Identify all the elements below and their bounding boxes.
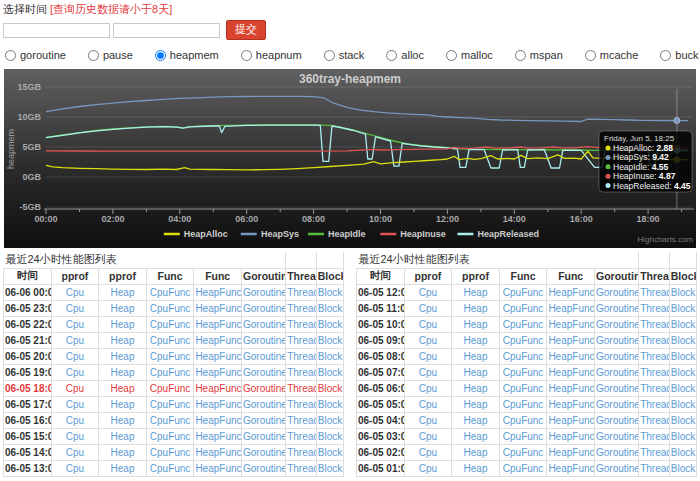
link-goroutine[interactable]: Goroutine bbox=[596, 415, 639, 426]
link-block[interactable]: Block bbox=[671, 431, 695, 442]
link-goroutine[interactable]: Goroutine bbox=[243, 415, 286, 426]
link-heapfunc[interactable]: HeapFunc bbox=[548, 415, 594, 426]
link-goroutine[interactable]: Goroutine bbox=[596, 351, 639, 362]
link-block[interactable]: Block bbox=[318, 335, 342, 346]
start-time-input[interactable] bbox=[3, 23, 110, 38]
link-cpu[interactable]: Cpu bbox=[419, 431, 437, 442]
link-goroutine[interactable]: Goroutine bbox=[243, 319, 286, 330]
link-cpufunc[interactable]: CpuFunc bbox=[503, 431, 544, 442]
link-heapfunc[interactable]: HeapFunc bbox=[195, 447, 241, 458]
mspan-radio[interactable] bbox=[515, 50, 526, 61]
link-block[interactable]: Block bbox=[671, 351, 695, 362]
link-cpu[interactable]: Cpu bbox=[419, 319, 437, 330]
link-block[interactable]: Block bbox=[671, 399, 695, 410]
link-goroutine[interactable]: Goroutine bbox=[243, 351, 286, 362]
link-thread[interactable]: Thread bbox=[640, 399, 669, 410]
link-heap[interactable]: Heap bbox=[111, 447, 135, 458]
link-block[interactable]: Block bbox=[318, 415, 342, 426]
link-heapfunc[interactable]: HeapFunc bbox=[548, 431, 594, 442]
heapnum-radio[interactable] bbox=[241, 50, 252, 61]
link-block[interactable]: Block bbox=[318, 367, 342, 378]
link-cpufunc[interactable]: CpuFunc bbox=[150, 335, 191, 346]
link-thread[interactable]: Thread bbox=[640, 463, 669, 474]
link-cpufunc[interactable]: CpuFunc bbox=[503, 303, 544, 314]
goroutine-radio[interactable] bbox=[5, 50, 16, 61]
filter-mcache[interactable]: mcache bbox=[585, 49, 639, 61]
filter-alloc[interactable]: alloc bbox=[386, 49, 424, 61]
buck-radio[interactable] bbox=[660, 50, 671, 61]
link-thread[interactable]: Thread bbox=[287, 287, 316, 298]
link-cpufunc[interactable]: CpuFunc bbox=[503, 351, 544, 362]
link-thread[interactable]: Thread bbox=[640, 287, 669, 298]
link-heap[interactable]: Heap bbox=[111, 383, 135, 394]
link-heap[interactable]: Heap bbox=[464, 287, 488, 298]
stack-radio[interactable] bbox=[324, 50, 335, 61]
link-block[interactable]: Block bbox=[671, 367, 695, 378]
link-thread[interactable]: Thread bbox=[287, 447, 316, 458]
link-heap[interactable]: Heap bbox=[111, 303, 135, 314]
link-heapfunc[interactable]: HeapFunc bbox=[195, 335, 241, 346]
link-goroutine[interactable]: Goroutine bbox=[243, 431, 286, 442]
link-thread[interactable]: Thread bbox=[287, 431, 316, 442]
link-heap[interactable]: Heap bbox=[111, 287, 135, 298]
link-block[interactable]: Block bbox=[318, 383, 342, 394]
filter-stack[interactable]: stack bbox=[324, 49, 365, 61]
link-thread[interactable]: Thread bbox=[640, 319, 669, 330]
link-heap[interactable]: Heap bbox=[464, 351, 488, 362]
link-thread[interactable]: Thread bbox=[640, 367, 669, 378]
link-goroutine[interactable]: Goroutine bbox=[596, 399, 639, 410]
link-heapfunc[interactable]: HeapFunc bbox=[548, 383, 594, 394]
link-heapfunc[interactable]: HeapFunc bbox=[548, 303, 594, 314]
filter-heapnum[interactable]: heapnum bbox=[241, 49, 302, 61]
link-heap[interactable]: Heap bbox=[111, 367, 135, 378]
link-heap[interactable]: Heap bbox=[111, 351, 135, 362]
link-goroutine[interactable]: Goroutine bbox=[243, 287, 286, 298]
link-cpufunc[interactable]: CpuFunc bbox=[150, 319, 191, 330]
link-cpufunc[interactable]: CpuFunc bbox=[503, 383, 544, 394]
link-cpu[interactable]: Cpu bbox=[66, 351, 84, 362]
link-cpufunc[interactable]: CpuFunc bbox=[150, 447, 191, 458]
link-block[interactable]: Block bbox=[318, 351, 342, 362]
link-thread[interactable]: Thread bbox=[640, 447, 669, 458]
link-thread[interactable]: Thread bbox=[640, 431, 669, 442]
link-thread[interactable]: Thread bbox=[287, 319, 316, 330]
link-cpufunc[interactable]: CpuFunc bbox=[150, 463, 191, 474]
end-time-input[interactable] bbox=[113, 23, 220, 38]
link-cpufunc[interactable]: CpuFunc bbox=[503, 367, 544, 378]
link-block[interactable]: Block bbox=[671, 415, 695, 426]
legend-item-heapreleased[interactable]: HeapReleased bbox=[457, 229, 539, 239]
link-cpu[interactable]: Cpu bbox=[419, 367, 437, 378]
link-cpu[interactable]: Cpu bbox=[66, 303, 84, 314]
link-cpufunc[interactable]: CpuFunc bbox=[150, 303, 191, 314]
link-heapfunc[interactable]: HeapFunc bbox=[548, 399, 594, 410]
link-block[interactable]: Block bbox=[318, 447, 342, 458]
link-heap[interactable]: Heap bbox=[464, 303, 488, 314]
link-cpu[interactable]: Cpu bbox=[419, 303, 437, 314]
legend-item-heapidle[interactable]: HeapIdle bbox=[308, 229, 366, 239]
link-heapfunc[interactable]: HeapFunc bbox=[195, 303, 241, 314]
link-cpufunc[interactable]: CpuFunc bbox=[150, 399, 191, 410]
link-cpufunc[interactable]: CpuFunc bbox=[150, 351, 191, 362]
link-cpu[interactable]: Cpu bbox=[419, 415, 437, 426]
submit-button[interactable]: 提交 bbox=[226, 20, 266, 40]
link-cpu[interactable]: Cpu bbox=[66, 399, 84, 410]
link-thread[interactable]: Thread bbox=[640, 415, 669, 426]
link-heapfunc[interactable]: HeapFunc bbox=[195, 399, 241, 410]
link-heap[interactable]: Heap bbox=[111, 319, 135, 330]
link-block[interactable]: Block bbox=[671, 447, 695, 458]
heapmem-radio[interactable] bbox=[155, 50, 166, 61]
filter-pause[interactable]: pause bbox=[88, 49, 133, 61]
link-cpufunc[interactable]: CpuFunc bbox=[503, 399, 544, 410]
link-block[interactable]: Block bbox=[671, 383, 695, 394]
link-heapfunc[interactable]: HeapFunc bbox=[548, 447, 594, 458]
link-goroutine[interactable]: Goroutine bbox=[596, 319, 639, 330]
link-heapfunc[interactable]: HeapFunc bbox=[548, 463, 594, 474]
alloc-radio[interactable] bbox=[386, 50, 397, 61]
link-thread[interactable]: Thread bbox=[287, 351, 316, 362]
link-cpufunc[interactable]: CpuFunc bbox=[503, 287, 544, 298]
link-heap[interactable]: Heap bbox=[464, 463, 488, 474]
filter-heapmem[interactable]: heapmem bbox=[155, 49, 219, 61]
link-heapfunc[interactable]: HeapFunc bbox=[195, 431, 241, 442]
highcharts-credits[interactable]: Highcharts.com bbox=[637, 235, 693, 244]
link-heap[interactable]: Heap bbox=[111, 335, 135, 346]
